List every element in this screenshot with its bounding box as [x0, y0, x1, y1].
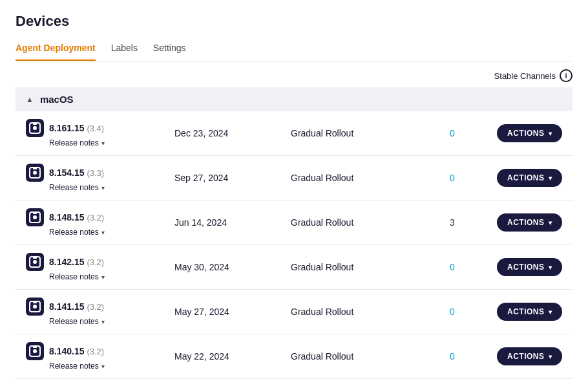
col-type: Gradual Rollout [291, 307, 426, 317]
table-row: 8.141.15 (3.2) Release notes ▾ May 27, 2… [16, 290, 572, 334]
svg-point-14 [33, 260, 37, 264]
svg-rect-7 [33, 168, 37, 169]
col-version: 8.148.15 (3.2) Release notes ▾ [26, 208, 174, 237]
tabs-bar: Agent Deployment Labels Settings [16, 38, 572, 61]
version-build: (3.3) [87, 168, 104, 178]
release-notes-link[interactable]: Release notes ▾ [49, 317, 174, 326]
release-notes-label: Release notes [49, 317, 99, 326]
actions-label: ACTIONS [507, 263, 545, 272]
col-type: Gradual Rollout [291, 217, 426, 228]
release-notes-link[interactable]: Release notes ▾ [49, 272, 174, 281]
col-type: Gradual Rollout [291, 173, 426, 183]
page-wrapper: Devices Agent Deployment Labels Settings… [0, 0, 588, 379]
count-value: 0 [450, 173, 455, 183]
actions-chevron-icon: ▾ [549, 175, 552, 182]
col-date: May 22, 2024 [174, 351, 291, 362]
col-count: 0 [426, 351, 478, 362]
count-value: 0 [450, 351, 455, 362]
stable-channels-button[interactable]: Stable Channels i [494, 69, 572, 82]
actions-button[interactable]: ACTIONS ▾ [497, 303, 562, 321]
version-number: 8.141.15 (3.2) [49, 301, 104, 312]
rows-container: 8.161.15 (3.4) Release notes ▾ Dec 23, 2… [16, 111, 572, 379]
table-row: 8.154.15 (3.3) Release notes ▾ Sep 27, 2… [16, 156, 572, 200]
col-date: May 27, 2024 [174, 307, 291, 317]
tab-settings[interactable]: Settings [153, 38, 186, 61]
col-count: 0 [426, 307, 478, 317]
col-actions: ACTIONS ▾ [478, 347, 562, 365]
actions-chevron-icon: ▾ [549, 130, 552, 137]
release-notes-link[interactable]: Release notes ▾ [49, 228, 174, 237]
version-icon [26, 119, 44, 137]
release-notes-label: Release notes [49, 138, 99, 147]
svg-rect-23 [33, 346, 37, 348]
col-type: Gradual Rollout [291, 351, 426, 362]
version-number: 8.161.15 (3.4) [49, 123, 104, 133]
svg-point-2 [33, 126, 37, 130]
release-notes-chevron-icon: ▾ [101, 184, 105, 191]
tab-agent-deployment[interactable]: Agent Deployment [16, 38, 96, 61]
release-notes-link[interactable]: Release notes ▾ [49, 362, 174, 371]
col-count: 3 [426, 217, 478, 228]
version-build: (3.4) [87, 124, 104, 133]
release-notes-label: Release notes [49, 228, 99, 237]
col-version: 8.161.15 (3.4) Release notes ▾ [26, 119, 174, 147]
version-number: 8.140.15 (3.2) [49, 346, 104, 356]
actions-button[interactable]: ACTIONS ▾ [497, 347, 562, 365]
col-version: 8.140.15 (3.2) Release notes ▾ [26, 342, 174, 371]
tab-labels[interactable]: Labels [111, 38, 138, 61]
version-main: 8.161.15 (3.4) [26, 119, 174, 137]
col-actions: ACTIONS ▾ [478, 303, 562, 321]
version-icon [26, 208, 44, 226]
section-header-macos: ▲ macOS [16, 87, 572, 111]
version-main: 8.140.15 (3.2) [26, 342, 174, 360]
svg-point-18 [33, 305, 37, 309]
version-build: (3.2) [87, 302, 104, 312]
version-icon [26, 164, 44, 182]
release-notes-link[interactable]: Release notes ▾ [49, 183, 174, 192]
stable-channels-label: Stable Channels [494, 71, 556, 81]
version-icon [26, 253, 44, 271]
table-container: ▲ macOS 8.161.15 (3.4) Release notes ▾ D… [16, 87, 572, 379]
count-value: 0 [450, 307, 455, 317]
col-type: Gradual Rollout [291, 128, 426, 138]
svg-point-10 [33, 215, 37, 219]
version-main: 8.148.15 (3.2) [26, 208, 174, 226]
version-main: 8.154.15 (3.3) [26, 164, 174, 182]
col-actions: ACTIONS ▾ [478, 258, 562, 276]
col-count: 0 [426, 262, 478, 272]
col-count: 0 [426, 173, 478, 183]
version-number: 8.142.15 (3.2) [49, 257, 104, 267]
actions-label: ACTIONS [507, 218, 545, 227]
col-date: Sep 27, 2024 [174, 173, 291, 183]
col-actions: ACTIONS ▾ [478, 124, 562, 142]
version-build: (3.2) [87, 213, 104, 222]
actions-button[interactable]: ACTIONS ▾ [497, 169, 562, 187]
collapse-icon[interactable]: ▲ [26, 95, 34, 104]
table-row: 8.140.15 (3.2) Release notes ▾ May 22, 2… [16, 334, 572, 379]
release-notes-link[interactable]: Release notes ▾ [49, 138, 174, 147]
col-version: 8.142.15 (3.2) Release notes ▾ [26, 253, 174, 281]
svg-point-6 [33, 171, 37, 175]
actions-button[interactable]: ACTIONS ▾ [497, 124, 562, 142]
svg-rect-19 [33, 301, 37, 303]
release-notes-label: Release notes [49, 183, 99, 192]
col-version: 8.154.15 (3.3) Release notes ▾ [26, 164, 174, 192]
release-notes-chevron-icon: ▾ [101, 140, 105, 147]
actions-label: ACTIONS [507, 173, 545, 182]
table-row: 8.142.15 (3.2) Release notes ▾ May 30, 2… [16, 245, 572, 290]
version-main: 8.142.15 (3.2) [26, 253, 174, 271]
release-notes-chevron-icon: ▾ [101, 318, 105, 325]
table-row: 8.148.15 (3.2) Release notes ▾ Jun 14, 2… [16, 200, 572, 245]
col-date: May 30, 2024 [174, 262, 291, 272]
table-row: 8.161.15 (3.4) Release notes ▾ Dec 23, 2… [16, 111, 572, 156]
version-main: 8.141.15 (3.2) [26, 298, 174, 316]
actions-label: ACTIONS [507, 307, 545, 316]
actions-label: ACTIONS [507, 352, 545, 361]
version-build: (3.2) [87, 257, 104, 267]
actions-button[interactable]: ACTIONS ▾ [497, 213, 562, 232]
stable-channels-info-icon: i [560, 69, 572, 82]
col-date: Jun 14, 2024 [174, 217, 291, 228]
count-value: 3 [450, 217, 455, 228]
col-type: Gradual Rollout [291, 262, 426, 272]
actions-button[interactable]: ACTIONS ▾ [497, 258, 562, 276]
